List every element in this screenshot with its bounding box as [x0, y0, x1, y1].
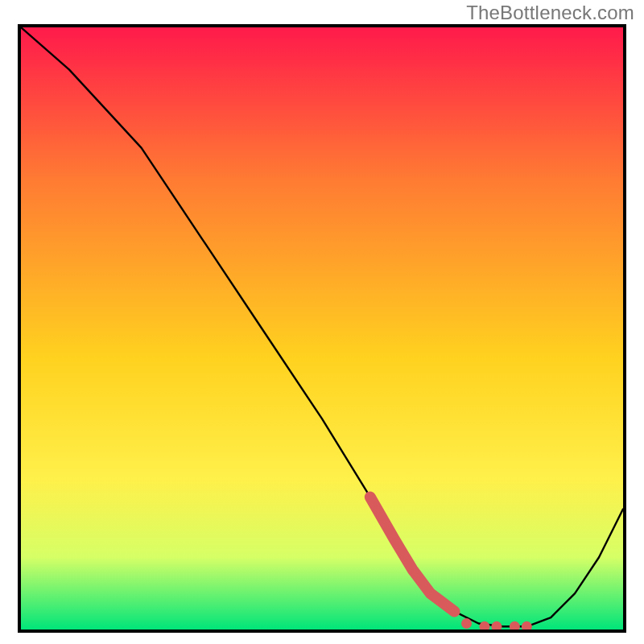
plot-area [18, 24, 626, 633]
chart-svg [21, 27, 623, 630]
bottom-dot [461, 618, 472, 629]
gradient-rect [21, 27, 623, 630]
chart-stage: TheBottleneck.com [0, 0, 644, 644]
watermark-text: TheBottleneck.com [466, 2, 634, 24]
